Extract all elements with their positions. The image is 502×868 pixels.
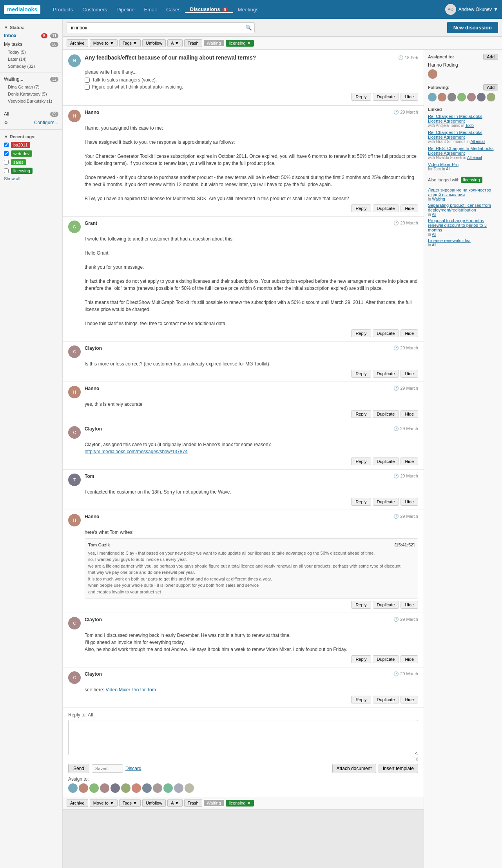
search-button[interactable]: 🔍 (245, 25, 252, 31)
tags-button-bottom[interactable]: Tags ▼ (119, 799, 141, 807)
user-menu[interactable]: AO Andrew Okunev ▼ (445, 4, 498, 15)
a-button-bottom[interactable]: A ▼ (167, 799, 183, 807)
assign-avatar-9[interactable] (153, 783, 162, 793)
tag-licensing[interactable]: licensing (0, 166, 62, 175)
tag-webdev-checkbox[interactable] (4, 151, 9, 156)
unfollow-button-top[interactable]: Unfollow (142, 39, 166, 47)
reply-button-9[interactable]: Reply (351, 696, 371, 703)
nav-pipeline[interactable]: Pipeline (112, 7, 139, 13)
tag-ba2011[interactable]: ba2011 (0, 141, 62, 149)
hide-button-7[interactable]: Hide (401, 601, 418, 609)
send-button[interactable]: Send (68, 764, 89, 773)
duplicate-button-main[interactable]: Duplicate (373, 93, 399, 101)
assign-avatar-7[interactable] (132, 783, 141, 793)
show-all-tags[interactable]: Show all... (0, 175, 62, 182)
assign-avatar-10[interactable] (163, 783, 173, 793)
insert-template-button[interactable]: Insert template (379, 764, 418, 773)
licensing-tag-bottom[interactable]: licensing ✕ (226, 800, 254, 807)
reply-button-6[interactable]: Reply (351, 498, 371, 506)
sidebar-item-later[interactable]: Later (14) (0, 56, 62, 63)
duplicate-button-6[interactable]: Duplicate (373, 498, 399, 506)
reply-button-4[interactable]: Reply (351, 410, 371, 418)
linked-link-2[interactable]: Re: Changes In MediaLooks License Agreem… (428, 130, 482, 139)
linked-link-4[interactable]: Video Mixer Pro (428, 162, 459, 167)
reply-textarea[interactable] (68, 720, 418, 755)
tag-sales-checkbox[interactable] (4, 160, 9, 165)
duplicate-button-7[interactable]: Duplicate (373, 601, 399, 609)
reply-button-3[interactable]: Reply (351, 370, 371, 378)
duplicate-button-5[interactable]: Duplicate (373, 458, 399, 465)
duplicate-button-1[interactable]: Duplicate (373, 204, 399, 212)
tag-webdev[interactable]: web-dev (0, 149, 62, 158)
tag-ba2011-checkbox[interactable] (4, 143, 9, 147)
tagged-link-1[interactable]: Лицензирование на количество людей в ком… (428, 188, 491, 197)
assign-avatar-3[interactable] (89, 783, 99, 793)
hide-button-4[interactable]: Hide (401, 410, 418, 418)
tagged-where-3[interactable]: All (432, 232, 436, 237)
tagged-link-2[interactable]: Separating product licenses from deploym… (428, 203, 491, 212)
duplicate-button-4[interactable]: Duplicate (373, 410, 399, 418)
sidebar-item-dina[interactable]: Dina Gelman (7) (0, 83, 62, 90)
linked-link-3[interactable]: Re: RES: Changes In MediaLooks License A… (428, 146, 494, 156)
hide-button-2[interactable]: Hide (401, 329, 418, 337)
tagged-where-1[interactable]: Waiting (432, 197, 445, 201)
add-follower-button[interactable]: Add (483, 84, 498, 90)
archive-button-top[interactable]: Archive (67, 39, 88, 47)
assign-avatar-11[interactable] (174, 783, 183, 793)
tag-sales[interactable]: sales (0, 158, 62, 166)
follower-2[interactable] (438, 93, 446, 101)
trash-button-top[interactable]: Trash (184, 39, 202, 47)
checkbox-2[interactable]: Figure out what I think about auto-invoi… (85, 84, 418, 90)
assign-avatar-5[interactable] (111, 783, 120, 793)
message-5-link[interactable]: http://m.medialooks.com/messages/show/13… (85, 449, 188, 454)
follower-3[interactable] (448, 93, 456, 101)
sidebar-item-someday[interactable]: Someday (32) (0, 63, 62, 70)
hide-button-1[interactable]: Hide (401, 204, 418, 212)
duplicate-button-3[interactable]: Duplicate (373, 370, 399, 378)
tag-licensing-checkbox[interactable] (4, 168, 9, 173)
assign-avatar-4[interactable] (100, 783, 109, 793)
assign-avatar-6[interactable] (121, 783, 130, 793)
video-mixer-link[interactable]: Video Mixer Pro for Tom (105, 687, 156, 693)
hide-button-3[interactable]: Hide (401, 370, 418, 378)
checkbox-1[interactable]: Talk to sales managers (voice). (85, 77, 418, 83)
follower-1[interactable] (428, 93, 437, 101)
add-assignee-button[interactable]: Add (483, 54, 498, 60)
assign-avatar-2[interactable] (79, 783, 88, 793)
reply-button-2[interactable]: Reply (351, 329, 371, 337)
follower-7[interactable] (487, 93, 495, 101)
reply-button-1[interactable]: Reply (351, 204, 371, 212)
hide-button-main[interactable]: Hide (401, 93, 418, 101)
nav-customers[interactable]: Customers (78, 7, 112, 13)
hide-button-6[interactable]: Hide (401, 498, 418, 506)
hide-button-9[interactable]: Hide (401, 696, 418, 703)
sidebar-item-inbox[interactable]: Inbox 5 11 (0, 31, 62, 40)
duplicate-button-2[interactable]: Duplicate (373, 329, 399, 337)
tagged-link-3[interactable]: Proposal to change 6 months renewal disc… (428, 218, 487, 232)
licensing-tag-top[interactable]: licensing ✕ (226, 40, 254, 47)
attach-document-button[interactable]: Attach document (332, 764, 376, 773)
nav-email[interactable]: Email (139, 7, 161, 13)
trash-button-bottom[interactable]: Trash (184, 799, 202, 807)
move-to-button-bottom[interactable]: Move to ▼ (90, 799, 118, 807)
follower-4[interactable] (457, 93, 466, 101)
sidebar-item-denis[interactable]: Denis Kartavtsev (5) (0, 90, 62, 98)
nav-cases[interactable]: Cases (161, 7, 185, 13)
archive-button-bottom[interactable]: Archive (67, 799, 88, 807)
nav-discussions[interactable]: Discussions 9 (185, 6, 233, 13)
reply-button-5[interactable]: Reply (351, 458, 371, 465)
linked-where-4[interactable]: All (446, 167, 450, 171)
sidebar-item-waiting[interactable]: Waiting... 32 (0, 75, 62, 83)
tagged-where-4[interactable]: All (432, 243, 436, 247)
hide-button-5[interactable]: Hide (401, 458, 418, 465)
search-input[interactable] (67, 22, 255, 33)
follower-6[interactable] (477, 93, 486, 101)
sidebar-item-vsevolod[interactable]: Vsevolod Burkutsky (1) (0, 98, 62, 105)
sidebar-item-configure[interactable]: ⚙ Configure... (0, 118, 62, 127)
duplicate-button-9[interactable]: Duplicate (373, 696, 399, 703)
unfollow-button-bottom[interactable]: Unfollow (142, 799, 166, 807)
tags-button-top[interactable]: Tags ▼ (119, 39, 141, 47)
saved-field[interactable] (92, 764, 123, 773)
assign-avatar-8[interactable] (142, 783, 152, 793)
hide-button-8[interactable]: Hide (401, 655, 418, 663)
